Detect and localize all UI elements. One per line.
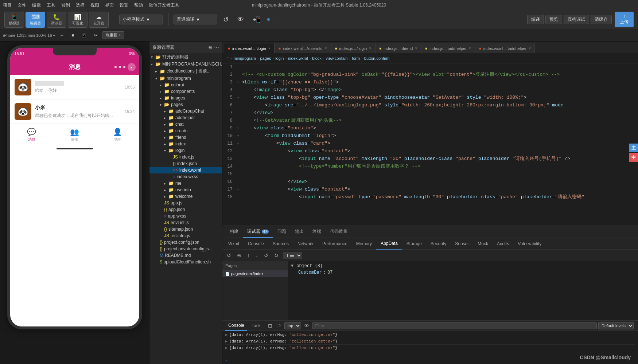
console-tab-console[interactable]: Console xyxy=(225,321,247,331)
scissors-btn[interactable]: ✂ xyxy=(91,31,101,39)
devtools-tab-sensor[interactable]: Sensor xyxy=(451,238,473,250)
compile-select[interactable]: 普通编译 ▼ xyxy=(174,15,217,24)
console-filter-input[interactable] xyxy=(312,322,597,329)
editor-btn[interactable]: ⌨ 编辑器 xyxy=(26,12,45,28)
tree-item-miniprogram[interactable]: ▾📂miniprogram xyxy=(149,75,222,82)
devtools-tab-audits[interactable]: Audits xyxy=(493,238,513,250)
cloud-btn[interactable]: ☁ 云开发 xyxy=(89,12,109,28)
console-log-arrow[interactable]: ▶ xyxy=(225,339,228,344)
tree-item-create[interactable]: ▸📁create xyxy=(149,128,222,134)
menu-item-file[interactable]: 文件 xyxy=(17,2,26,8)
pages-item-index[interactable]: 📄 pages/index/index xyxy=(222,270,288,277)
menu-item-tool[interactable]: 工具 xyxy=(47,2,55,8)
devtools-tab-mock[interactable]: Mock xyxy=(473,238,493,250)
tree-item-chat[interactable]: ▸📁chat xyxy=(149,121,222,128)
devtools-tab-network[interactable]: Network xyxy=(293,238,318,250)
chat-item-1[interactable]: 🐼 哈哈，你好 10:55 xyxy=(10,75,139,99)
console-eye-btn[interactable]: 👁 xyxy=(303,322,311,329)
devtools-tab-console[interactable]: Console xyxy=(244,238,268,250)
tree-item-components[interactable]: ▸📁components xyxy=(149,88,222,95)
tree-item-welcome[interactable]: ▸📁welcome xyxy=(149,193,222,200)
tree-item-uploadCloudFunction-sh[interactable]: $uploadCloudFunction.sh xyxy=(149,259,222,265)
float-btn-main[interactable]: 主 xyxy=(629,144,638,152)
dt-back-btn[interactable]: ↺ xyxy=(262,252,270,259)
tab-index-wxml-login[interactable]: ■ index.wxml ...\login × xyxy=(224,43,275,53)
eye-btn[interactable]: 👁 xyxy=(234,14,247,25)
tab-index-js-addhelper[interactable]: ■ index.js ...\addhelper × xyxy=(421,43,475,53)
upload-btn[interactable]: ↑ 上传 xyxy=(615,12,634,27)
tab-issues[interactable]: 问题 xyxy=(273,226,291,238)
fold-arrow[interactable]: ▾ xyxy=(237,133,242,140)
tab-index-wxml-addhelper[interactable]: ■ index.wxml ...\addhelper × xyxy=(475,43,535,53)
console-context-select[interactable]: top xyxy=(284,322,301,329)
tab-output[interactable]: 输出 xyxy=(291,226,308,238)
tab-code-quality[interactable]: 代码质量 xyxy=(326,226,352,238)
phone-record-btn[interactable]: ● xyxy=(128,63,136,71)
expand-icon[interactable]: ▼ xyxy=(291,263,293,269)
settings-btn2[interactable]: ⚙ xyxy=(267,17,271,22)
dt-tree-select[interactable]: Tree xyxy=(283,252,302,259)
devtools-tab-sources[interactable]: Sources xyxy=(268,238,293,250)
devtools-tab-storage[interactable]: Storage xyxy=(402,238,426,250)
debugger-btn[interactable]: 🐛 调试器 xyxy=(47,12,66,28)
real-debug-btn[interactable]: 真机调试 xyxy=(564,15,589,24)
compile-btn[interactable]: 编译 xyxy=(527,15,544,24)
tree-item--eslintrc-js[interactable]: JS.eslintrc.js xyxy=(149,232,222,239)
menu-item-wechat[interactable]: 微信开发者工具 xyxy=(149,2,179,8)
tree-item-project-config-json[interactable]: {}project.config.json xyxy=(149,239,222,246)
tree-item-pages[interactable]: ▾📂pages xyxy=(149,101,222,108)
tree-item-index-wxss[interactable]: #index.wxss xyxy=(149,173,222,180)
tree-item-app-wxss[interactable]: #app.wxss xyxy=(149,213,222,219)
tab-close-5[interactable]: × xyxy=(469,46,471,50)
tab-index-js-friend[interactable]: ■ index.js ...\friend × xyxy=(375,43,421,53)
device-test-btn[interactable]: 📲 xyxy=(250,14,264,25)
menu-item-interface[interactable]: 界面 xyxy=(105,2,114,8)
nav-friends[interactable]: 👥 好友 xyxy=(53,128,96,142)
simulator-btn[interactable]: 📱 模拟器 xyxy=(4,12,24,28)
preview-btn[interactable]: 预览 xyxy=(545,15,562,24)
console-log-arrow[interactable]: ▶ xyxy=(225,332,228,337)
tree-item-index[interactable]: ▸📁index xyxy=(149,141,222,147)
tree-item-images[interactable]: ▸📁images xyxy=(149,95,222,101)
console-log-arrow[interactable]: ▶ xyxy=(225,345,228,350)
tree-item-sitemap-json[interactable]: {}sitemap.json xyxy=(149,226,222,232)
devtools-tab-appdata[interactable]: AppData xyxy=(376,238,402,250)
tab-close-3[interactable]: × xyxy=(369,46,371,50)
tab-close-1[interactable]: × xyxy=(268,46,271,50)
float-btn-mid[interactable]: 中 xyxy=(629,153,638,162)
tree-item-envList-js[interactable]: JSenvList.js xyxy=(149,219,222,226)
tab-terminal[interactable]: 终端 xyxy=(308,226,326,238)
chat-item-2[interactable]: 🐼 小米 群聊已创建成功，现在我们可以开始聊... 15:34 xyxy=(10,99,139,124)
dt-up-btn[interactable]: ↑ xyxy=(246,252,251,259)
tree-item-addhelper[interactable]: ▸📁addhelper xyxy=(149,114,222,121)
tab-index-js-login[interactable]: ■ index.js ...\login × xyxy=(331,43,376,53)
console-icon-btn[interactable]: ⊡ xyxy=(267,322,274,329)
tree-item-MINIPROGRAM-DANLINGCHAT---[interactable]: ▾📂MINIPROGRAM-DANLINGCHAT... xyxy=(149,61,222,67)
menu-item-select[interactable]: 选择 xyxy=(76,2,85,8)
console-level-select[interactable]: Default levels xyxy=(598,322,634,329)
tab-index-wxml-userinfo[interactable]: ■ index.wxml ...\userinfo × xyxy=(275,43,331,53)
dt-add-btn[interactable]: ⊕ xyxy=(236,252,243,259)
dt-down-btn[interactable]: ↓ xyxy=(254,252,260,259)
fold-arrow[interactable]: ▾ xyxy=(237,186,242,193)
tree-item-------[interactable]: ▾📂打开的编辑器 xyxy=(149,53,222,61)
mode-select[interactable]: 小程序模式 ▼ xyxy=(119,15,163,24)
fold-arrow[interactable]: ▾ xyxy=(237,79,242,86)
console-flag-btn[interactable]: ⚐ xyxy=(275,322,283,329)
fold-arrow[interactable]: ▾ xyxy=(237,125,242,132)
refresh-btn[interactable]: ↺ xyxy=(220,14,232,25)
tree-item-index-wxml[interactable]: <>index.wxml xyxy=(149,167,222,173)
nav-messages[interactable]: 💬 消息 xyxy=(10,128,53,142)
fold-arrow[interactable]: ▾ xyxy=(237,140,242,148)
menu-item-goto[interactable]: 转到 xyxy=(61,2,70,8)
new-file-btn[interactable]: ⊕ xyxy=(208,44,213,50)
menu-item-help[interactable]: 帮助 xyxy=(134,2,143,8)
tree-item-login[interactable]: ▾📂login xyxy=(149,147,222,154)
stop-btn[interactable]: ■ xyxy=(69,31,77,39)
fold-arrow[interactable]: ▾ xyxy=(237,94,242,102)
menu-item-settings[interactable]: 设置 xyxy=(120,2,128,8)
tree-item-me[interactable]: ▸📁me xyxy=(149,180,222,187)
tree-item-colorui[interactable]: ▸📁colorui xyxy=(149,82,222,88)
devtools-tab-vulnerability[interactable]: Vulnerability xyxy=(513,238,546,250)
dt-forward-btn[interactable]: ↻ xyxy=(273,252,280,259)
